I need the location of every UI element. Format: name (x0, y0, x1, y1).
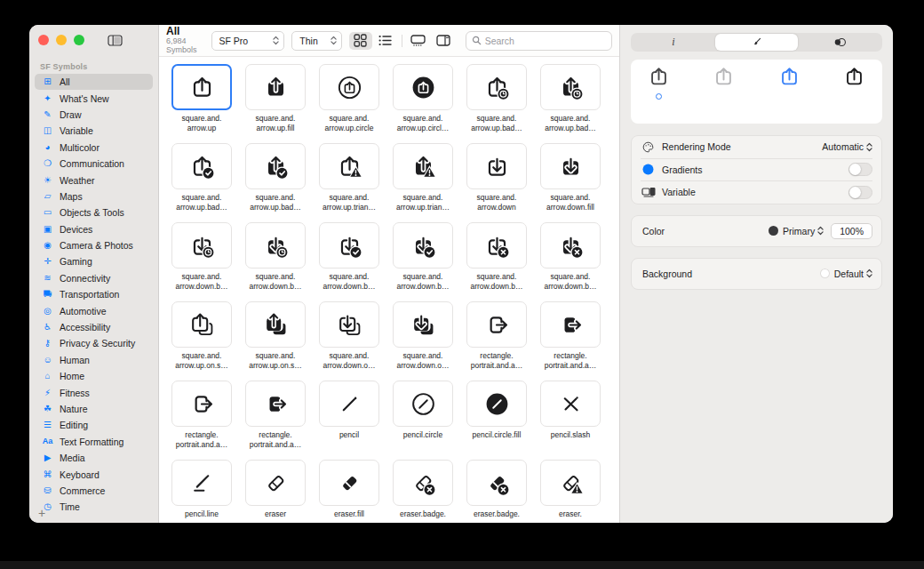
sidebar-item-communication[interactable]: ❍Communication (35, 156, 153, 172)
sidebar-item-text-formatting[interactable]: AaText Formatting (35, 434, 153, 450)
sidebar-toggle-icon[interactable] (108, 35, 123, 46)
symbol-tile-sq-down[interactable] (466, 143, 527, 189)
symbol-tile-rect-right-fill[interactable] (540, 301, 601, 348)
gradients-toggle[interactable] (848, 163, 872, 176)
symbol-tile-sq-up-fill-badge-check[interactable] (245, 143, 306, 189)
background-select[interactable]: Default (820, 268, 872, 279)
symbol-tile-rect-right[interactable] (171, 381, 232, 427)
symbol-tile-sq-up-fill[interactable] (245, 64, 306, 110)
sidebar-item-gaming[interactable]: ✛Gaming (35, 253, 153, 269)
symbol-tile-sq-up[interactable] (171, 64, 232, 110)
inspector-toggle-button[interactable] (432, 32, 455, 50)
sidebar-item-variable[interactable]: ◫Variable (35, 123, 153, 139)
devices-icon: ▣ (40, 225, 55, 234)
font-select[interactable]: SF Pro (211, 31, 285, 51)
symbol-tile-pencil-slash[interactable] (540, 381, 601, 427)
symbol-tile-sq-up-badge-warn[interactable] (319, 143, 379, 189)
color-select[interactable]: Primary (769, 226, 824, 236)
grid-view-button[interactable] (349, 32, 372, 50)
sidebar-item-connectivity[interactable]: ≋Connectivity (35, 270, 153, 286)
sidebar-item-objects-tools[interactable]: ▭Objects & Tools (35, 204, 153, 220)
symbol-tile-sq-up-fill-badge-warn[interactable] (393, 143, 453, 189)
sidebar-item-nature[interactable]: ☘Nature (35, 401, 153, 417)
sidebar-item-whats-new[interactable]: ✦What's New (35, 90, 153, 106)
symbol-cell: eraser.fill (319, 460, 379, 519)
close-button[interactable] (38, 35, 49, 45)
symbol-tile-rect-right[interactable] (466, 301, 527, 348)
symbol-tile-pencil-circle-fill[interactable] (466, 381, 527, 427)
preview-variant-2[interactable] (712, 65, 736, 122)
maximize-button[interactable] (74, 35, 84, 45)
symbol-tile-eraser-badge-x[interactable] (393, 460, 453, 506)
sidebar-item-time[interactable]: ◷Time (35, 499, 153, 515)
symbol-tile-sq-down-fill-badge-check[interactable] (393, 222, 453, 268)
symbol-tile-eraser-badge-warn[interactable] (540, 460, 601, 506)
symbol-tile-eraser-fill[interactable] (319, 460, 379, 506)
symbol-tile-sq-down-badge-check[interactable] (319, 222, 379, 268)
tab-info[interactable]: i (632, 34, 715, 51)
sidebar-item-maps[interactable]: ▱Maps (35, 188, 153, 204)
variable-toggle[interactable] (848, 186, 872, 199)
nature-icon: ☘ (40, 405, 55, 413)
automotive-icon: ◎ (40, 307, 55, 316)
symbol-tile-sq-up-circle-fill[interactable] (393, 64, 453, 110)
search-input[interactable]: Search (466, 31, 612, 51)
symbol-tile-sq-down-badge-x[interactable] (466, 222, 527, 268)
sidebar-item-commerce[interactable]: ⛁Commerce (35, 483, 153, 499)
sidebar-item-home[interactable]: ⌂Home (35, 368, 153, 384)
sidebar-item-automotive[interactable]: ◎Automotive (35, 302, 153, 318)
symbol-tile-sq-down-double[interactable] (319, 301, 379, 348)
symbol-tile-sq-down-double-fill[interactable] (393, 301, 453, 348)
sidebar-item-transportation[interactable]: ⛟Transportation (35, 286, 153, 302)
minimize-button[interactable] (56, 35, 67, 45)
rendering-mode-select[interactable]: Automatic (822, 141, 872, 152)
multicolor-icon: ◕ (40, 143, 55, 152)
sidebar-item-draw[interactable]: ✎Draw (35, 107, 153, 123)
symbol-tile-sq-up-double-fill[interactable] (245, 301, 306, 348)
sidebar-item-accessibility[interactable]: ♿Accessibility (35, 319, 153, 335)
preview-variant-4[interactable] (842, 65, 866, 122)
symbol-tile-sq-down-fill-badge-clock[interactable] (245, 222, 306, 268)
sidebar-item-fitness[interactable]: ⚡Fitness (35, 384, 153, 400)
sidebar-item-human[interactable]: ☺Human (35, 352, 153, 368)
sidebar-item-privacy-security[interactable]: ⚷Privacy & Security (35, 335, 153, 351)
preview-variant-3[interactable] (777, 65, 801, 122)
sidebar-item-all[interactable]: ⊞All (35, 74, 153, 90)
symbol-tile-eraser[interactable] (245, 460, 306, 506)
symbol-tile-sq-up-badge-check[interactable] (171, 143, 232, 189)
add-collection-button[interactable]: + (38, 507, 45, 519)
sidebar-item-label: Editing (60, 420, 88, 430)
rendering-mode-row: Rendering Mode Automatic (641, 136, 872, 158)
sidebar-item-editing[interactable]: ☰Editing (35, 417, 153, 433)
list-view-button[interactable] (374, 32, 397, 50)
sidebar-item-keyboard[interactable]: ⌘Keyboard (35, 466, 153, 482)
weight-select[interactable]: Thin (291, 31, 341, 51)
symbol-cell: square.and.arrow.up.circle (319, 64, 379, 133)
symbol-tile-rect-right-fill[interactable] (245, 381, 306, 427)
symbol-tile-sq-up-badge-clock[interactable] (466, 64, 527, 110)
symbol-tile-pencil[interactable] (319, 381, 379, 427)
symbol-tile-sq-down-badge-clock[interactable] (171, 222, 232, 268)
sidebar-item-weather[interactable]: ☀Weather (35, 172, 153, 188)
color-opacity-field[interactable]: 100% (831, 223, 872, 239)
sidebar-item-media[interactable]: ▶Media (35, 450, 153, 466)
symbol-tile-sq-down-fill[interactable] (540, 143, 601, 189)
gallery-view-button[interactable] (407, 32, 430, 50)
tab-animation[interactable] (798, 34, 881, 51)
symbol-tile-pencil-line[interactable] (171, 460, 232, 506)
sidebar-item-label: Multicolor (60, 142, 100, 153)
symbol-tile-sq-up-fill-badge-clock[interactable] (540, 64, 601, 110)
sidebar-header: SF Symbols (29, 55, 158, 74)
symbol-tile-pencil-circle[interactable] (393, 381, 453, 427)
sq-up-badge-warn-icon (336, 153, 363, 180)
tab-appearance[interactable] (715, 34, 799, 51)
symbol-tile-eraser-fill-badge-x[interactable] (466, 460, 527, 506)
sidebar-item-camera-photos[interactable]: ◉Camera & Photos (35, 237, 153, 253)
sidebar-item-devices[interactable]: ▣Devices (35, 221, 153, 237)
symbol-tile-sq-up-circle[interactable] (319, 64, 379, 110)
symbol-cell: eraser.badge. (393, 460, 453, 519)
preview-variant-1[interactable] (647, 65, 671, 122)
symbol-tile-sq-up-double[interactable] (171, 301, 232, 348)
sidebar-item-multicolor[interactable]: ◕Multicolor (35, 140, 153, 156)
symbol-tile-sq-down-fill-badge-x[interactable] (540, 222, 601, 268)
